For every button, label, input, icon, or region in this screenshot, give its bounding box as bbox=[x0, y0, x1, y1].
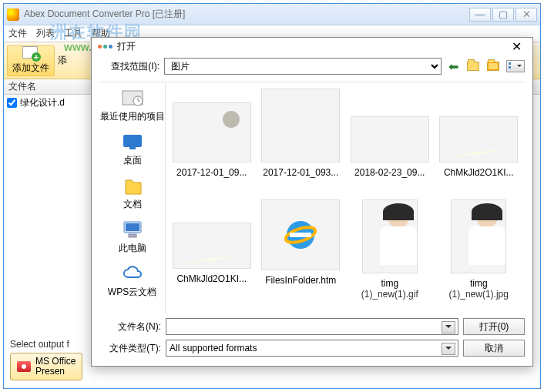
place-thispc[interactable]: 此电脑 bbox=[119, 219, 146, 255]
dialog-titlebar: 打开 ✕ bbox=[92, 38, 532, 55]
open-button[interactable]: 打开(0) bbox=[463, 318, 525, 335]
minimize-button[interactable]: — bbox=[469, 8, 491, 22]
filetype-label: 文件类型(T): bbox=[99, 342, 161, 355]
file-item[interactable]: timg (1)_new(1).gif bbox=[348, 199, 432, 307]
place-thispc-label: 此电脑 bbox=[119, 242, 146, 255]
thumbnail-icon bbox=[451, 199, 506, 273]
filename-label: 文件名(N): bbox=[99, 320, 161, 333]
documents-icon bbox=[120, 175, 145, 196]
cancel-button[interactable]: 取消 bbox=[463, 340, 525, 357]
output-format-label: MS Office Presen bbox=[35, 357, 76, 377]
file-grid: 2017-12-01_09... 2017-12-01_093... 2018-… bbox=[166, 82, 525, 313]
view-menu-icon[interactable] bbox=[506, 60, 525, 72]
svg-rect-8 bbox=[129, 234, 136, 237]
desktop-icon bbox=[120, 131, 145, 152]
file-caption: 2017-12-01_09... bbox=[176, 167, 247, 178]
output-label: Select output f bbox=[10, 339, 82, 350]
recent-icon bbox=[120, 87, 145, 109]
place-documents-label: 文档 bbox=[123, 198, 142, 211]
file-caption: timg bbox=[381, 278, 398, 289]
places-bar: 最近使用的项目 桌面 文档 bbox=[99, 82, 166, 313]
look-in-label: 查找范围(I): bbox=[99, 60, 160, 73]
place-desktop[interactable]: 桌面 bbox=[120, 131, 145, 167]
svg-rect-7 bbox=[126, 223, 139, 231]
place-recent-label: 最近使用的项目 bbox=[100, 110, 165, 123]
place-wps[interactable]: WPS云文档 bbox=[108, 263, 156, 299]
output-format-button[interactable]: MS Office Presen bbox=[10, 353, 82, 380]
look-in-select[interactable]: 图片 bbox=[164, 58, 442, 75]
file-caption: ChMkJld2O1KI... bbox=[444, 167, 514, 178]
file-caption: FilesInFolder.htm bbox=[265, 275, 336, 286]
file-item[interactable]: ChMkJld2O1KI... bbox=[170, 199, 254, 307]
open-dialog: 打开 ✕ 查找范围(I): 图片 ⬅ bbox=[91, 37, 533, 367]
file-subcaption: (1)_new(1).jpg bbox=[449, 289, 509, 300]
file-caption: timg bbox=[470, 278, 488, 289]
new-folder-icon[interactable] bbox=[486, 60, 500, 72]
thispc-icon bbox=[120, 219, 145, 240]
file-item[interactable]: ChMkJld2O1KI... bbox=[438, 89, 521, 196]
file-caption: 2018-02-23_09... bbox=[354, 167, 425, 178]
file-item[interactable]: timg (1)_new(1).jpg bbox=[438, 199, 521, 307]
back-icon[interactable]: ⬅ bbox=[446, 60, 460, 72]
app-icon bbox=[7, 8, 19, 21]
add-file-icon bbox=[22, 46, 39, 60]
thumbnail-icon bbox=[351, 116, 429, 162]
dialog-close-button[interactable]: ✕ bbox=[507, 38, 526, 55]
add-partial-label: 添 bbox=[58, 54, 67, 67]
output-panel: Select output f MS Office Presen bbox=[10, 339, 82, 380]
file-checkbox[interactable] bbox=[7, 98, 17, 108]
file-item[interactable]: 2017-12-01_09... bbox=[170, 89, 254, 196]
file-subcaption: (1)_new(1).gif bbox=[361, 289, 418, 300]
col-filename: 文件名 bbox=[8, 80, 36, 93]
file-caption: 2017-12-01_093... bbox=[263, 167, 338, 178]
file-item[interactable]: 2017-12-01_093... bbox=[260, 89, 343, 196]
file-caption: ChMkJld2O1KI... bbox=[176, 273, 247, 284]
up-one-level-icon[interactable] bbox=[466, 60, 480, 72]
dialog-title: 打开 bbox=[117, 40, 507, 53]
cloud-icon bbox=[120, 263, 145, 284]
thumbnail-icon bbox=[439, 116, 518, 162]
filename-input[interactable] bbox=[166, 318, 458, 335]
svg-rect-4 bbox=[123, 135, 142, 147]
filetype-select[interactable]: All supported formats bbox=[166, 340, 458, 357]
look-in-row: 查找范围(I): 图片 ⬅ bbox=[99, 55, 525, 77]
place-desktop-label: 桌面 bbox=[123, 154, 142, 167]
dialog-bottom: 文件名(N): 打开(0) 文件类型(T): All supported for… bbox=[99, 313, 525, 361]
add-file-label: 添加文件 bbox=[12, 62, 49, 75]
menu-file[interactable]: 文件 bbox=[8, 27, 27, 40]
dialog-icon bbox=[98, 45, 112, 49]
thumbnail-icon bbox=[173, 223, 251, 269]
thumbnail-icon bbox=[261, 89, 340, 162]
ie-icon bbox=[261, 199, 340, 270]
maximize-button[interactable]: ▢ bbox=[492, 8, 514, 22]
window-title: Abex Document Converter Pro [已注册] bbox=[24, 8, 469, 21]
svg-rect-11 bbox=[290, 233, 311, 237]
file-item[interactable]: 2018-02-23_09... bbox=[348, 89, 432, 196]
file-name-cell: 绿化设计.d bbox=[20, 96, 65, 109]
thumbnail-icon bbox=[173, 102, 251, 162]
place-wps-label: WPS云文档 bbox=[108, 286, 156, 299]
powerpoint-icon bbox=[17, 361, 31, 372]
svg-rect-5 bbox=[129, 147, 136, 149]
add-file-button[interactable]: 添加文件 bbox=[7, 45, 55, 76]
place-documents[interactable]: 文档 bbox=[120, 175, 145, 211]
close-button[interactable]: ✕ bbox=[515, 8, 537, 22]
file-item[interactable]: FilesInFolder.htm bbox=[260, 199, 343, 307]
place-recent[interactable]: 最近使用的项目 bbox=[100, 87, 165, 123]
thumbnail-icon bbox=[362, 199, 418, 273]
